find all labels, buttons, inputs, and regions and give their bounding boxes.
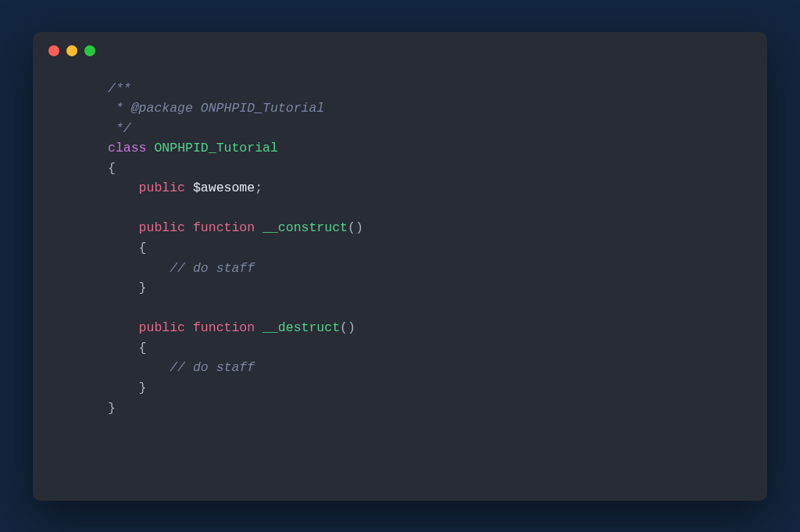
method-destruct: __destruct bbox=[262, 320, 340, 335]
close-icon[interactable] bbox=[48, 45, 59, 56]
keyword-function: function bbox=[193, 320, 255, 335]
maximize-icon[interactable] bbox=[84, 45, 95, 56]
minimize-icon[interactable] bbox=[66, 45, 77, 56]
comment: // do staff bbox=[170, 360, 255, 375]
keyword-class: class bbox=[108, 141, 147, 155]
keyword-function: function bbox=[193, 220, 255, 235]
brace: { bbox=[139, 341, 147, 355]
keyword-public: public bbox=[139, 320, 185, 335]
keyword-public: public bbox=[139, 220, 185, 235]
docblock-line: * @package ONPHPID_Tutorial bbox=[108, 101, 324, 116]
method-construct: __construct bbox=[262, 220, 348, 235]
semicolon: ; bbox=[255, 180, 262, 195]
docblock-line: /** bbox=[108, 81, 131, 96]
docblock-line: */ bbox=[108, 121, 131, 136]
code-window: /** * @package ONPHPID_Tutorial */ class… bbox=[33, 32, 767, 501]
brace: } bbox=[108, 401, 116, 416]
parens: () bbox=[348, 220, 363, 235]
brace: } bbox=[139, 380, 147, 395]
parens: () bbox=[340, 320, 355, 335]
comment: // do staff bbox=[170, 261, 255, 276]
window-titlebar bbox=[33, 32, 767, 70]
brace: { bbox=[139, 241, 147, 255]
class-name: ONPHPID_Tutorial bbox=[154, 141, 277, 155]
brace: { bbox=[108, 161, 116, 176]
keyword-public: public bbox=[139, 180, 185, 195]
brace: } bbox=[139, 280, 147, 295]
code-block: /** * @package ONPHPID_Tutorial */ class… bbox=[33, 70, 767, 419]
variable: $awesome bbox=[193, 180, 255, 195]
